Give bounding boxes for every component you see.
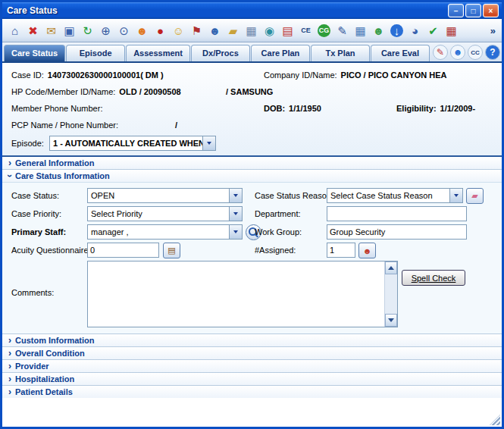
care-status-window: Care Status – □ × ⌂✖✉▣↻⊕⊙☻●☺⚑☻▰▦◉▤CECG✎▦… <box>0 0 504 429</box>
pcp-value: / <box>175 121 177 130</box>
ce-badge-icon[interactable]: CE <box>297 21 315 39</box>
case-priority-select[interactable]: Select Priority <box>87 206 243 221</box>
close-button[interactable]: × <box>483 4 499 17</box>
section-header-patient-details[interactable]: ›Patient Details <box>2 385 502 398</box>
team-icon[interactable]: ☻ <box>370 21 387 39</box>
care-coordination-icon[interactable]: CC <box>468 45 483 60</box>
assigned-label: #Assigned: <box>255 246 296 255</box>
title-bar[interactable]: Care Status – □ × <box>2 2 502 19</box>
section-header-custom-information[interactable]: ›Custom Information <box>2 333 502 346</box>
section-header-provider[interactable]: ›Provider <box>2 359 502 372</box>
episode-select[interactable]: 1 - AUTOMATICALLY CREATED WHEN CA <box>49 136 216 151</box>
download-icon[interactable]: ↓ <box>390 24 403 37</box>
assigned-input[interactable] <box>327 243 355 258</box>
tab-assessment[interactable]: Assessment <box>126 45 190 61</box>
spell-check-button[interactable]: Spell Check <box>402 270 465 286</box>
dropdown-arrow-icon[interactable] <box>202 136 215 150</box>
case-status-select[interactable]: OPEN <box>87 188 243 203</box>
care-status-form: Case Status: OPEN Case Status Reason: Se… <box>2 182 502 333</box>
clear-reason-button[interactable]: ▰ <box>466 188 484 204</box>
patient-indicator-icon[interactable]: ☻ <box>450 45 465 60</box>
alert-ball-icon[interactable]: ● <box>152 21 169 39</box>
case-status-reason-label: Case Status Reason: <box>255 191 333 200</box>
work-group-label: Work Group: <box>255 227 302 236</box>
section-header-hospitalization[interactable]: ›Hospitalization <box>2 372 502 385</box>
department-input[interactable] <box>327 206 467 221</box>
print-preview-icon[interactable]: ⊙ <box>115 21 133 39</box>
member-lookup-icon[interactable]: ☻ <box>206 21 224 39</box>
smiley-yellow-icon[interactable]: ☺ <box>170 21 187 39</box>
tab-care-status[interactable]: Care Status <box>4 45 65 61</box>
maximize-button[interactable]: □ <box>465 4 481 17</box>
calendar-icon[interactable]: ▦ <box>443 21 460 39</box>
approve-icon[interactable]: ✔ <box>424 21 442 39</box>
section-header-overall-condition[interactable]: ›Overall Condition <box>2 346 502 359</box>
episode-select-value: 1 - AUTOMATICALLY CREATED WHEN CA <box>50 136 202 150</box>
primary-staff-select[interactable]: manager , <box>87 224 243 240</box>
section-header-care-status-information[interactable]: › Care Status Information <box>2 169 502 182</box>
section-label: Overall Condition <box>15 349 85 358</box>
reports-grid-icon[interactable]: ▦ <box>352 21 369 39</box>
home-icon[interactable]: ⌂ <box>6 21 23 39</box>
history-icon[interactable]: ◕ <box>406 21 424 39</box>
scroll-up-icon[interactable] <box>385 261 397 274</box>
zoom-icon[interactable]: ⊕ <box>97 21 114 39</box>
edit-note-icon[interactable]: ✎ <box>333 21 351 39</box>
dropdown-arrow-icon[interactable] <box>449 189 462 202</box>
member-phone-field: Member Phone Number: <box>11 104 102 113</box>
scroll-down-icon[interactable] <box>385 314 397 327</box>
form-row-status: Case Status: OPEN Case Status Reason: Se… <box>2 186 502 205</box>
globe-icon[interactable]: ◉ <box>261 21 278 39</box>
info-row-phone-dob: Member Phone Number: DOB: 1/1/1950 Eligi… <box>2 101 502 117</box>
hp-code-value: OLD / 20090508 <box>119 87 180 96</box>
info-row-hp: HP Code/Member ID/Name: OLD / 20090508 /… <box>2 84 502 101</box>
episode-label: Episode: <box>11 139 44 148</box>
dropdown-arrow-icon[interactable] <box>229 207 242 221</box>
comments-scrollbar[interactable] <box>384 261 397 327</box>
dob-field: DOB: 1/1/1950 <box>264 104 321 113</box>
resize-grip[interactable] <box>490 415 500 425</box>
hp-code-label: HP Code/Member ID/Name: <box>11 87 115 96</box>
comments-textarea[interactable] <box>88 261 383 325</box>
minimize-button[interactable]: – <box>448 4 464 17</box>
cg-badge-icon[interactable]: CG <box>318 24 330 37</box>
company-field: Company ID/Name: PICO / PICO CANYON HEA <box>264 70 447 80</box>
pcp-value-field: / <box>175 121 177 130</box>
smiley-orange-icon[interactable]: ☻ <box>133 21 151 39</box>
cancel-icon[interactable]: ✖ <box>24 21 42 39</box>
section-header-general-information[interactable]: › General Information <box>2 157 502 169</box>
help-icon[interactable]: ? <box>485 45 500 60</box>
window-title: Care Status <box>7 5 448 16</box>
eraser-icon: ▰ <box>471 191 477 201</box>
case-status-select-value: OPEN <box>88 189 229 202</box>
refresh-icon[interactable]: ↻ <box>79 21 96 39</box>
tab-care-plan[interactable]: Care Plan <box>251 45 310 61</box>
section-label: Care Status Information <box>15 171 110 180</box>
assigned-staff-button[interactable]: ☻ <box>358 243 376 258</box>
acuity-questionnaire-button[interactable]: ▤ <box>163 243 180 258</box>
comments-label: Comments: <box>11 288 54 297</box>
signature-icon[interactable]: ✎ <box>433 45 448 60</box>
section-label: Hospitalization <box>15 374 74 384</box>
tab-care-eval[interactable]: Care Eval <box>371 45 430 61</box>
primary-staff-label: Primary Staff: <box>11 227 66 236</box>
acuity-input[interactable] <box>87 243 159 258</box>
dropdown-arrow-icon[interactable] <box>229 225 242 239</box>
section-label: Custom Information <box>15 336 95 345</box>
calculator-icon[interactable]: ▦ <box>243 21 260 39</box>
work-group-input[interactable] <box>327 224 467 240</box>
folder-icon[interactable]: ▰ <box>224 21 242 39</box>
tab-dx-procs[interactable]: Dx/Procs <box>191 45 250 61</box>
toolbar-overflow-button[interactable]: » <box>488 25 498 36</box>
window-controls: – □ × <box>448 4 499 17</box>
dropdown-arrow-icon[interactable] <box>229 189 242 202</box>
save-icon[interactable]: ▣ <box>61 21 78 39</box>
tab-episode[interactable]: Episode <box>66 45 125 61</box>
us-flag-icon[interactable]: ⚑ <box>188 21 205 39</box>
send-mail-icon[interactable]: ✉ <box>42 21 60 39</box>
bottom-space <box>2 398 502 427</box>
clipboard-icon[interactable]: ▤ <box>279 21 296 39</box>
pcp-field: PCP Name / Phone Number: <box>11 121 118 130</box>
tab-tx-plan[interactable]: Tx Plan <box>311 45 370 61</box>
case-status-reason-select[interactable]: Select Case Status Reason <box>327 188 463 203</box>
